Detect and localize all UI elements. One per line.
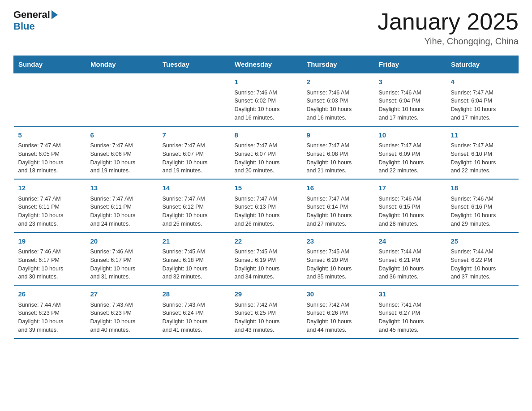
day-info: Sunrise: 7:41 AM: [379, 301, 442, 309]
day-info: Sunrise: 7:46 AM: [379, 195, 442, 203]
day-info: Sunrise: 7:43 AM: [163, 301, 226, 309]
day-info: Sunset: 6:23 PM: [18, 309, 82, 317]
calendar-table: SundayMondayTuesdayWednesdayThursdayFrid…: [13, 56, 519, 339]
day-info: Sunrise: 7:46 AM: [90, 248, 154, 256]
calendar-cell: 2Sunrise: 7:46 AMSunset: 6:03 PMDaylight…: [302, 73, 374, 126]
day-number: 29: [235, 289, 298, 300]
calendar-week-row: 1Sunrise: 7:46 AMSunset: 6:02 PMDaylight…: [14, 73, 519, 126]
day-info: Sunrise: 7:44 AM: [18, 301, 82, 309]
day-info: Sunrise: 7:44 AM: [379, 248, 442, 256]
day-number: 25: [451, 236, 514, 247]
day-info: Daylight: 10 hours: [90, 158, 154, 167]
calendar-cell: 27Sunrise: 7:43 AMSunset: 6:23 PMDayligh…: [86, 285, 158, 338]
day-info: Daylight: 10 hours: [18, 158, 82, 167]
day-number: 30: [307, 289, 370, 300]
calendar-cell: 12Sunrise: 7:47 AMSunset: 6:11 PMDayligh…: [14, 179, 86, 232]
calendar-cell: 6Sunrise: 7:47 AMSunset: 6:06 PMDaylight…: [86, 126, 158, 180]
day-number: 14: [163, 183, 226, 193]
day-info: Sunset: 6:24 PM: [163, 309, 226, 317]
day-info: Sunset: 6:11 PM: [18, 203, 82, 211]
day-number: 3: [379, 77, 442, 87]
day-number: 2: [307, 77, 370, 87]
calendar-cell: 17Sunrise: 7:46 AMSunset: 6:15 PMDayligh…: [374, 179, 446, 232]
day-info: Daylight: 10 hours: [235, 317, 298, 326]
day-info: Sunrise: 7:47 AM: [18, 195, 82, 203]
day-info: and 34 minutes.: [235, 273, 298, 281]
day-info: and 22 minutes.: [379, 167, 442, 175]
day-info: and 43 minutes.: [235, 326, 298, 334]
day-info: Sunrise: 7:45 AM: [163, 248, 226, 256]
calendar-day-header-monday: Monday: [86, 56, 158, 73]
day-info: Daylight: 10 hours: [18, 317, 82, 326]
calendar-cell: 15Sunrise: 7:47 AMSunset: 6:13 PMDayligh…: [230, 179, 302, 232]
day-number: 18: [451, 183, 514, 193]
day-number: 19: [18, 236, 82, 247]
day-info: Sunset: 6:08 PM: [307, 150, 370, 158]
calendar-week-row: 12Sunrise: 7:47 AMSunset: 6:11 PMDayligh…: [14, 179, 519, 232]
day-info: Sunrise: 7:47 AM: [379, 141, 442, 150]
page-subtitle: Yihe, Chongqing, China: [378, 36, 519, 47]
calendar-cell: [158, 73, 230, 126]
day-info: Sunrise: 7:47 AM: [90, 141, 154, 150]
day-info: Daylight: 10 hours: [235, 211, 298, 220]
day-info: and 17 minutes.: [451, 114, 514, 122]
day-info: and 45 minutes.: [379, 326, 442, 334]
day-info: Sunset: 6:07 PM: [235, 150, 298, 158]
calendar-cell: 20Sunrise: 7:46 AMSunset: 6:17 PMDayligh…: [86, 232, 158, 286]
day-info: and 39 minutes.: [18, 326, 82, 334]
calendar-cell: 16Sunrise: 7:47 AMSunset: 6:14 PMDayligh…: [302, 179, 374, 232]
day-info: Daylight: 10 hours: [379, 211, 442, 220]
calendar-cell: 14Sunrise: 7:47 AMSunset: 6:12 PMDayligh…: [158, 179, 230, 232]
day-info: and 37 minutes.: [451, 273, 514, 281]
day-info: Sunset: 6:09 PM: [379, 150, 442, 158]
day-info: and 17 minutes.: [379, 114, 442, 122]
calendar-cell: [86, 73, 158, 126]
day-info: Daylight: 10 hours: [163, 158, 226, 167]
calendar-header: SundayMondayTuesdayWednesdayThursdayFrid…: [14, 56, 519, 73]
calendar-cell: 10Sunrise: 7:47 AMSunset: 6:09 PMDayligh…: [374, 126, 446, 180]
day-info: Sunrise: 7:47 AM: [90, 195, 154, 203]
day-info: and 19 minutes.: [90, 167, 154, 175]
day-number: 23: [307, 236, 370, 247]
day-info: Sunset: 6:20 PM: [307, 256, 370, 265]
page-header: General Blue January 2025 Yihe, Chongqin…: [13, 9, 519, 47]
day-info: Sunset: 6:02 PM: [235, 97, 298, 105]
calendar-day-header-friday: Friday: [374, 56, 446, 73]
day-info: Sunrise: 7:47 AM: [307, 195, 370, 203]
day-number: 21: [163, 236, 226, 247]
logo-general-text: General: [13, 9, 50, 21]
day-info: Daylight: 10 hours: [235, 105, 298, 114]
day-info: Sunset: 6:26 PM: [307, 309, 370, 317]
day-info: Sunrise: 7:46 AM: [18, 248, 82, 256]
calendar-cell: 25Sunrise: 7:44 AMSunset: 6:22 PMDayligh…: [446, 232, 519, 286]
day-info: Sunset: 6:18 PM: [163, 256, 226, 265]
day-info: Sunset: 6:25 PM: [235, 309, 298, 317]
day-info: Sunrise: 7:47 AM: [451, 141, 514, 150]
calendar-cell: 4Sunrise: 7:47 AMSunset: 6:04 PMDaylight…: [446, 73, 519, 126]
logo-blue-text: Blue: [13, 21, 35, 32]
logo: General Blue: [13, 9, 59, 32]
day-info: Sunset: 6:11 PM: [90, 203, 154, 211]
day-info: Daylight: 10 hours: [379, 158, 442, 167]
day-info: Sunset: 6:03 PM: [307, 97, 370, 105]
day-info: Sunset: 6:17 PM: [90, 256, 154, 265]
day-info: and 18 minutes.: [18, 167, 82, 175]
day-info: Sunrise: 7:47 AM: [235, 195, 298, 203]
day-info: Daylight: 10 hours: [307, 265, 370, 273]
day-info: and 32 minutes.: [163, 273, 226, 281]
day-info: Sunset: 6:14 PM: [307, 203, 370, 211]
day-number: 7: [163, 130, 226, 141]
day-info: Sunrise: 7:43 AM: [90, 301, 154, 309]
day-info: and 41 minutes.: [163, 326, 226, 334]
day-number: 22: [235, 236, 298, 247]
day-info: Daylight: 10 hours: [451, 211, 514, 220]
day-number: 10: [379, 130, 442, 141]
calendar-cell: 7Sunrise: 7:47 AMSunset: 6:07 PMDaylight…: [158, 126, 230, 180]
day-info: and 16 minutes.: [235, 114, 298, 122]
calendar-week-row: 19Sunrise: 7:46 AMSunset: 6:17 PMDayligh…: [14, 232, 519, 286]
day-info: Sunrise: 7:45 AM: [307, 248, 370, 256]
day-info: Daylight: 10 hours: [163, 317, 226, 326]
day-number: 24: [379, 236, 442, 247]
day-number: 31: [379, 289, 442, 300]
calendar-cell: 5Sunrise: 7:47 AMSunset: 6:05 PMDaylight…: [14, 126, 86, 180]
